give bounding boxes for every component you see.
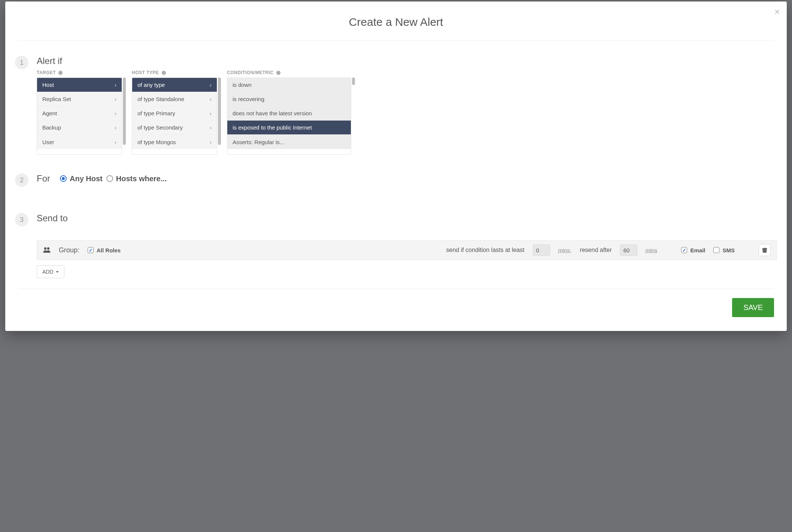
list-item[interactable]: is recovering	[227, 92, 351, 106]
list-item[interactable]: of any type›	[132, 78, 217, 92]
modal-footer: SAVE	[18, 289, 774, 317]
svg-point-0	[58, 70, 63, 75]
all-roles-checkbox[interactable]: All Roles	[88, 247, 121, 253]
list-item[interactable]: of type Mongos›	[132, 135, 217, 149]
chevron-right-icon: ›	[115, 82, 116, 88]
step-2-title: For	[37, 173, 50, 184]
modal-title: Create a New Alert	[18, 5, 774, 41]
header-target: TARGET	[37, 70, 122, 75]
chevron-right-icon: ›	[115, 124, 116, 131]
list-item[interactable]: is exposed to the public Internet	[227, 121, 351, 135]
notification-row: Group: All Roles send if condition lasts…	[37, 240, 777, 260]
chevron-right-icon: ›	[210, 124, 212, 131]
list-item[interactable]: is down	[227, 78, 351, 92]
scrollbar[interactable]	[218, 77, 221, 145]
close-icon[interactable]: ×	[774, 7, 780, 16]
email-checkbox[interactable]: Email	[681, 247, 705, 253]
header-hosttype: HOST TYPE	[132, 70, 217, 75]
list-item[interactable]: User›	[37, 135, 122, 149]
list-item[interactable]: Agent›	[37, 106, 122, 121]
chevron-right-icon: ›	[210, 110, 212, 116]
step-badge-1: 1	[15, 56, 28, 69]
info-icon	[58, 70, 63, 75]
lasts-input[interactable]	[533, 244, 550, 256]
list-item[interactable]: of type Secondary›	[132, 121, 217, 135]
list-item[interactable]: Replica Set›	[37, 92, 122, 106]
group-label: Group:	[59, 246, 79, 254]
create-alert-modal: × Create a New Alert 1 Alert if TARGET H…	[5, 1, 787, 331]
mins-label: mins,	[558, 247, 572, 253]
step-badge-3: 3	[15, 213, 28, 227]
step-3-title: Send to	[37, 213, 777, 224]
chevron-down-icon	[56, 271, 59, 273]
chevron-right-icon: ›	[115, 139, 116, 145]
delete-button[interactable]	[759, 244, 771, 256]
sms-checkbox[interactable]: SMS	[713, 247, 735, 253]
chevron-right-icon: ›	[210, 96, 212, 102]
chevron-right-icon: ›	[115, 110, 116, 116]
svg-point-1	[161, 70, 166, 75]
header-condition: CONDITION/METRIC	[227, 70, 351, 75]
hosttype-list[interactable]: of any type›of type Standalone›of type P…	[132, 77, 217, 155]
list-item[interactable]: Asserts: Regular is...	[227, 135, 351, 149]
condition-list[interactable]: is downis recoveringdoes not have the la…	[227, 77, 351, 155]
list-item[interactable]: of type Standalone›	[132, 92, 217, 106]
step-3: 3 Send to Group: All Roles send if condi…	[15, 187, 777, 278]
step-1-title: Alert if	[37, 56, 777, 66]
info-icon	[276, 70, 281, 75]
radio-any-host[interactable]: Any Host	[60, 174, 103, 183]
group-icon	[43, 247, 51, 254]
chevron-right-icon: ›	[210, 82, 212, 88]
add-button[interactable]: ADD	[37, 265, 64, 278]
resend-label: resend after	[580, 247, 612, 253]
save-button[interactable]: SAVE	[732, 298, 774, 317]
step-1: 1 Alert if TARGET HOST TYPE CONDITION/ME…	[15, 41, 777, 155]
scrollbar[interactable]	[352, 77, 355, 85]
lasts-label: send if condition lasts at least	[446, 247, 525, 253]
list-item[interactable]: Backup›	[37, 121, 122, 135]
svg-point-2	[276, 70, 280, 75]
info-icon	[161, 70, 166, 75]
step-2: 2 For Any Host Hosts where...	[15, 155, 777, 187]
list-item[interactable]: does not have the latest version	[227, 106, 351, 121]
svg-point-4	[47, 247, 49, 249]
svg-point-3	[44, 247, 46, 249]
scrollbar[interactable]	[123, 77, 126, 145]
trash-icon	[762, 247, 768, 253]
list-item[interactable]: Host›	[37, 78, 122, 92]
resend-input[interactable]	[620, 244, 637, 256]
chevron-right-icon: ›	[210, 139, 212, 145]
target-list[interactable]: Host›Replica Set›Agent›Backup›User›	[37, 77, 122, 155]
mins-label-2: mins	[646, 247, 658, 253]
radio-hosts-where[interactable]: Hosts where...	[106, 174, 167, 183]
list-item[interactable]: of type Primary›	[132, 106, 217, 121]
chevron-right-icon: ›	[115, 96, 116, 102]
step-badge-2: 2	[15, 173, 28, 187]
